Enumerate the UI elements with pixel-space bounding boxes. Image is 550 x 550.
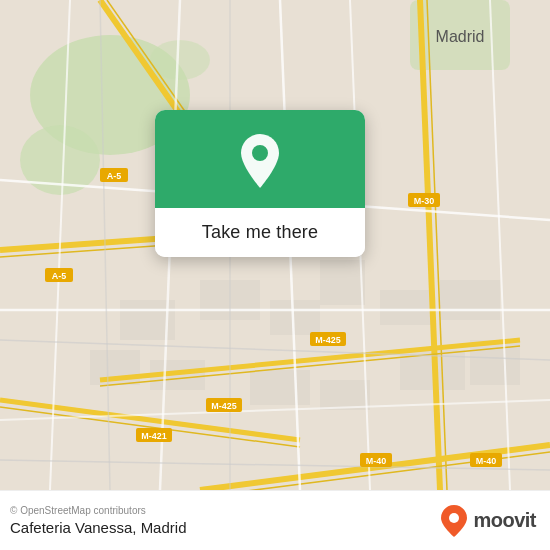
moovit-text: moovit	[473, 509, 536, 532]
moovit-logo: moovit	[439, 504, 536, 538]
bottom-left-info: © OpenStreetMap contributors Cafeteria V…	[10, 505, 186, 536]
moovit-pin-icon	[439, 504, 469, 538]
svg-text:A-5: A-5	[52, 271, 67, 281]
take-me-there-button[interactable]: Take me there	[202, 222, 318, 243]
svg-text:A-5: A-5	[107, 171, 122, 181]
svg-rect-10	[440, 280, 500, 320]
location-pin-icon	[236, 132, 284, 190]
svg-rect-14	[320, 380, 370, 410]
svg-text:Madrid: Madrid	[436, 28, 485, 45]
svg-rect-6	[270, 300, 320, 335]
svg-text:M-40: M-40	[366, 456, 387, 466]
svg-text:M-421: M-421	[141, 431, 167, 441]
svg-text:M-30: M-30	[414, 196, 435, 206]
svg-text:M-425: M-425	[315, 335, 341, 345]
svg-point-58	[252, 145, 268, 161]
location-name: Cafeteria Vanessa, Madrid	[10, 519, 186, 536]
popup-button-area[interactable]: Take me there	[155, 208, 365, 257]
svg-rect-9	[380, 290, 435, 325]
bottom-bar: © OpenStreetMap contributors Cafeteria V…	[0, 490, 550, 550]
svg-rect-13	[250, 370, 310, 405]
svg-text:M-40: M-40	[476, 456, 497, 466]
popup-icon-background	[155, 110, 365, 208]
svg-text:M-425: M-425	[211, 401, 237, 411]
svg-point-59	[449, 513, 459, 523]
attribution-text: © OpenStreetMap contributors	[10, 505, 186, 516]
svg-rect-7	[320, 260, 365, 305]
location-popup: Take me there	[155, 110, 365, 257]
map-area: A-5 A-5 M-30 M-425 M-425 M-421 M-40 M-40…	[0, 0, 550, 490]
